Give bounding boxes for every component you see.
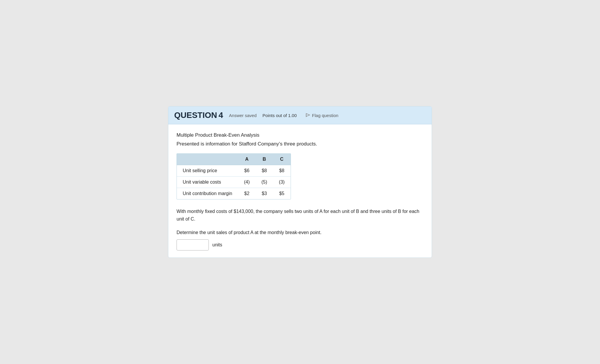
question-number: QUESTION 4 (174, 111, 223, 120)
table-header-a: A (238, 154, 256, 165)
row-selling-price-label: Unit selling price (177, 165, 238, 177)
table-row: Unit selling price $6 $8 $8 (177, 165, 291, 177)
points-out-of-label: Points out of 1.00 (262, 113, 297, 118)
row-contribution-margin-c: $5 (273, 188, 291, 199)
table-header-b: B (256, 154, 273, 165)
answer-input[interactable] (177, 239, 209, 250)
question-header: QUESTION 4 Answer saved Points out of 1.… (168, 106, 432, 124)
row-selling-price-a: $6 (238, 165, 256, 177)
question-title-line1: Multiple Product Break-Even Analysis (177, 131, 423, 139)
question-prompt: Determine the unit sales of product A at… (177, 230, 423, 235)
question-title-line2: Presented is information for Stafford Co… (177, 140, 423, 148)
row-variable-costs-b: (5) (256, 177, 273, 188)
row-contribution-margin-a: $2 (238, 188, 256, 199)
table-row: Unit contribution margin $2 $3 $5 (177, 188, 291, 199)
row-contribution-margin-label: Unit contribution margin (177, 188, 238, 199)
question-card: QUESTION 4 Answer saved Points out of 1.… (168, 106, 432, 258)
table-row: Unit variable costs (4) (5) (3) (177, 177, 291, 188)
row-variable-costs-c: (3) (273, 177, 291, 188)
flag-icon (306, 113, 310, 118)
flag-question-label: Flag question (312, 113, 338, 118)
answer-saved-label: Answer saved (229, 113, 257, 118)
answer-row: units (177, 239, 423, 250)
flag-question-button[interactable]: Flag question (306, 113, 338, 118)
row-contribution-margin-b: $3 (256, 188, 273, 199)
product-table-container: A B C Unit selling price $6 $8 $8 Unit v… (177, 153, 291, 199)
table-header-c: C (273, 154, 291, 165)
question-description: With monthly fixed costs of $143,000, th… (177, 208, 423, 223)
row-variable-costs-label: Unit variable costs (177, 177, 238, 188)
table-header-label (177, 154, 238, 165)
row-variable-costs-a: (4) (238, 177, 256, 188)
row-selling-price-b: $8 (256, 165, 273, 177)
product-table: A B C Unit selling price $6 $8 $8 Unit v… (177, 154, 291, 199)
question-body: Multiple Product Break-Even Analysis Pre… (168, 124, 432, 257)
units-label: units (212, 242, 222, 248)
svg-marker-0 (306, 114, 310, 116)
row-selling-price-c: $8 (273, 165, 291, 177)
